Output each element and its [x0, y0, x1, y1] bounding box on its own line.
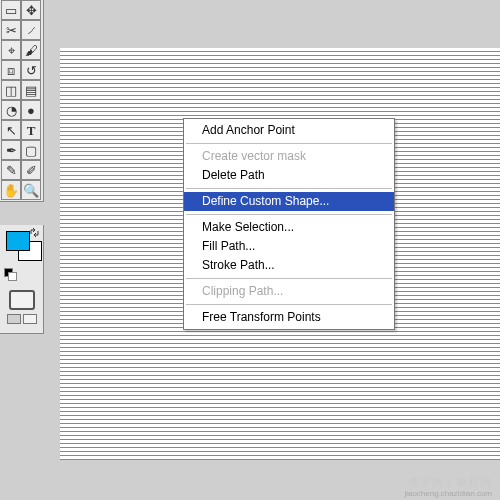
menu-separator — [186, 278, 392, 279]
rect-marquee-tool[interactable]: ▭ — [1, 0, 21, 20]
clone-tool[interactable]: ⧈ — [1, 60, 21, 80]
menu-delete-path[interactable]: Delete Path — [184, 166, 394, 185]
path-icon: ↖ — [6, 124, 17, 137]
brush-icon: 🖌 — [25, 44, 38, 57]
shape-tool[interactable]: ▢ — [21, 140, 41, 160]
menu-create-vector-mask: Create vector mask — [184, 147, 394, 166]
menu-separator — [186, 143, 392, 144]
zoom-icon: 🔍 — [23, 184, 39, 197]
brush-tool[interactable]: 🖌 — [21, 40, 41, 60]
notes-icon: ✎ — [6, 164, 17, 177]
menu-stroke-path[interactable]: Stroke Path... — [184, 256, 394, 275]
rect-icon: ▢ — [25, 144, 37, 157]
move-tool[interactable]: ✥ — [21, 0, 41, 20]
hand-icon: ✋ — [3, 184, 19, 197]
crop-tool[interactable]: ✂ — [1, 20, 21, 40]
move-icon: ✥ — [26, 4, 37, 17]
quickmask-area — [0, 284, 44, 334]
type-icon: T — [27, 124, 36, 137]
default-colors-icon[interactable] — [4, 268, 16, 280]
quickmask-mode-button[interactable] — [23, 314, 37, 324]
foreground-color-swatch[interactable] — [6, 231, 30, 251]
marquee-icon: ▭ — [5, 4, 17, 17]
watermark-text: 查字典 | 教程网 — [408, 475, 492, 490]
menu-separator — [186, 304, 392, 305]
menu-clipping-path: Clipping Path... — [184, 282, 394, 301]
watermark-url: jiaocheng.chazidian.com — [404, 489, 492, 498]
notes-tool[interactable]: ✎ — [1, 160, 21, 180]
path-select-tool[interactable]: ↖ — [1, 120, 21, 140]
eyedrop-icon: ✐ — [26, 164, 37, 177]
menu-add-anchor-point[interactable]: Add Anchor Point — [184, 121, 394, 140]
dodge-icon: ● — [27, 104, 35, 117]
pen-tool[interactable]: ✒ — [1, 140, 21, 160]
menu-separator — [186, 214, 392, 215]
eyedropper-tool[interactable]: ✐ — [21, 160, 41, 180]
healing-icon: ⌖ — [8, 44, 15, 57]
history-icon: ↺ — [26, 64, 37, 77]
eraser-icon: ◫ — [5, 84, 17, 97]
menu-fill-path[interactable]: Fill Path... — [184, 237, 394, 256]
menu-free-transform-points[interactable]: Free Transform Points — [184, 308, 394, 327]
pen-icon: ✒ — [6, 144, 17, 157]
history-brush-tool[interactable]: ↺ — [21, 60, 41, 80]
blur-tool[interactable]: ◔ — [1, 100, 21, 120]
clone-icon: ⧈ — [7, 64, 15, 77]
zoom-tool[interactable]: 🔍 — [21, 180, 41, 200]
tool-palette: ▭ ✥ ✂ ⟋ ⌖ 🖌 ⧈ ↺ ◫ ▤ ◔ ● ↖ T ✒ ▢ ✎ ✐ ✋ 🔍 — [0, 0, 44, 202]
gradient-tool[interactable]: ▤ — [21, 80, 41, 100]
slice-tool[interactable]: ⟋ — [21, 20, 41, 40]
type-tool[interactable]: T — [21, 120, 41, 140]
healing-tool[interactable]: ⌖ — [1, 40, 21, 60]
menu-separator — [186, 188, 392, 189]
hand-tool[interactable]: ✋ — [1, 180, 21, 200]
menu-make-selection[interactable]: Make Selection... — [184, 218, 394, 237]
mask-preview — [9, 290, 35, 310]
gradient-icon: ▤ — [25, 84, 37, 97]
standard-mode-button[interactable] — [7, 314, 21, 324]
paths-context-menu: Add Anchor Point Create vector mask Dele… — [183, 118, 395, 330]
color-swatch-area — [0, 225, 44, 285]
blur-icon: ◔ — [6, 104, 17, 117]
menu-define-custom-shape[interactable]: Define Custom Shape... — [184, 192, 394, 211]
slice-icon: ⟋ — [25, 24, 38, 37]
crop-icon: ✂ — [6, 24, 17, 37]
dodge-tool[interactable]: ● — [21, 100, 41, 120]
swap-colors-icon[interactable] — [30, 228, 40, 238]
eraser-tool[interactable]: ◫ — [1, 80, 21, 100]
